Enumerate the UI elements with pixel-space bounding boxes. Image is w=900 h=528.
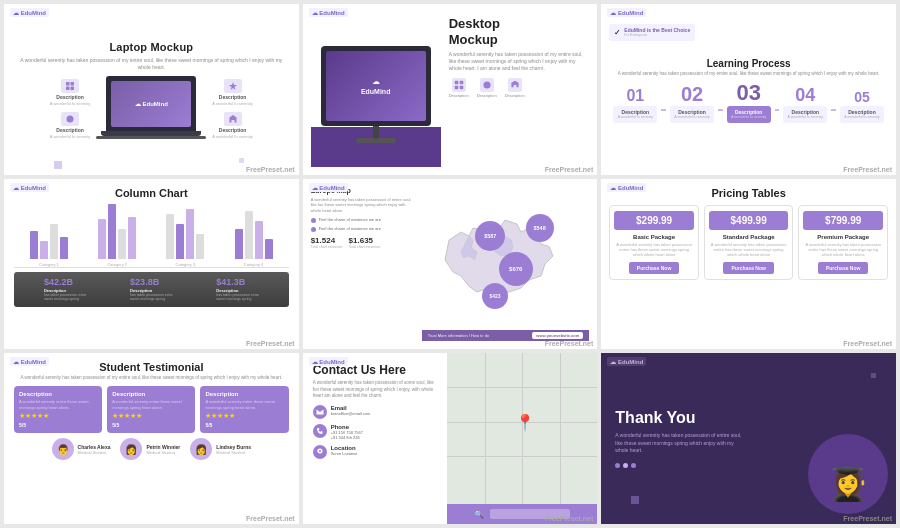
price-btn-3[interactable]: Purchase Now	[818, 262, 868, 274]
person-3: 👩 Lindsey Burns Medical Student	[190, 438, 251, 460]
step-1: 01 Description A wonderful fu serenity	[613, 88, 657, 123]
stat-sub-1: has taken possession extrasweet mornings…	[44, 293, 86, 302]
price-card-3: $799.99 Premium Package A wonderful sere…	[798, 205, 888, 281]
price-btn-1[interactable]: Purchase Now	[629, 262, 679, 274]
step-box-1: Description A wonderful fu serenity	[613, 106, 657, 123]
thankyou-person-icon: 👩‍🎓	[828, 465, 868, 503]
learning-subtitle: A wonderful serenity has taken possessio…	[618, 71, 880, 77]
person-1: 👨 Charles Alexa Medical Student	[52, 438, 111, 460]
d-icon-label-2: Description	[477, 93, 497, 98]
stat-value-1: $42.2B	[44, 277, 73, 287]
email-value: branoffice@email.com	[331, 411, 371, 416]
map-left: Europe Map A wonderful serenity has take…	[311, 187, 416, 250]
location-icon	[313, 445, 327, 459]
chart-bars-1	[30, 224, 68, 259]
chart-group-3: Category 3	[166, 209, 204, 267]
step-box-text-2: A wonderful fu serenity	[674, 115, 710, 120]
map-website-btn[interactable]: www.yourwebsite.com	[532, 332, 583, 339]
price-name-3: Premium Package	[817, 234, 869, 240]
map-feature-1: Feel the charm of existence we are	[311, 217, 416, 223]
slide-column-chart: ☁ EduMind Column Chart Category 1	[4, 179, 299, 350]
price-card-2: $499.99 Standard Package A wonderful ser…	[704, 205, 794, 281]
slide-thank-you: ☁ EduMind Thank You A wonderful serenity…	[601, 353, 896, 524]
person-name-3: Lindsey Burns	[216, 444, 251, 450]
contact-email-item: Email branoffice@email.com	[313, 405, 438, 419]
bar-1-2	[40, 241, 48, 259]
slide-desktop-mockup: ☁ EduMind ☁ EduMind DesktopMockup A wond…	[303, 4, 598, 175]
svg-rect-8	[459, 86, 463, 90]
person-name-2: Petrin Winnier	[146, 444, 180, 450]
step-5: 05 Description A wonderful fu serenity	[840, 90, 884, 123]
desktop-desc: A wonderful serenity has taken possessio…	[449, 51, 590, 72]
stat-sub-3: has taken possession extrasweet mornings…	[216, 293, 258, 302]
chart-label-3: Category 3	[176, 262, 196, 267]
step-3: 03 Description A wonderful fu serenity	[727, 82, 771, 123]
step-connector-3	[775, 109, 780, 111]
svg-rect-1	[71, 82, 75, 86]
slide-learning-process: ☁ EduMind Learning Process A wonderful s…	[601, 4, 896, 175]
desktop-screen: ☁ EduMind	[326, 51, 426, 121]
step-num-3: 03	[736, 82, 760, 104]
desc-col-right: Description A wonderful fu serenity Desc…	[212, 79, 252, 139]
badge-sub: for Everyone	[624, 33, 690, 38]
price-name-2: Standard Package	[723, 234, 775, 240]
map-stat-label-2: Total chart existence	[349, 245, 381, 249]
bar-2-1	[98, 219, 106, 259]
location-value: Some Location	[331, 451, 358, 456]
bar-4-4	[265, 239, 273, 259]
watermark-8: FreePreset.net	[545, 515, 594, 522]
bar-3-3	[186, 209, 194, 259]
slide-grid: ☁ EduMind Laptop Mockup A wonderful sere…	[0, 0, 900, 528]
chart-label-4: Category 4	[244, 262, 264, 267]
step-num-1: 01	[626, 88, 644, 104]
slide-logo-7: ☁ EduMind	[10, 357, 49, 366]
test-card-text-2: A wonderful serenity entire those sweet …	[112, 399, 190, 410]
step-box-5: Description A wonderful fu serenity	[840, 106, 884, 123]
thankyou-dots	[615, 463, 636, 468]
watermark-2: FreePreset.net	[545, 166, 594, 173]
test-card-title-2: Description	[112, 391, 190, 397]
desc-icon-3	[61, 112, 79, 126]
desc-box-2: Description A wonderful fu serenity	[212, 79, 252, 106]
learning-steps: 01 Description A wonderful fu serenity 0…	[613, 82, 884, 123]
bar-3-4	[196, 234, 204, 259]
step-box-4: Description A wonderful fu serenity	[783, 106, 827, 123]
map-stat-val-2: $1.635	[349, 236, 381, 245]
chart-label-2: Category 2	[107, 262, 127, 267]
map-stats-row: $1.524 Total chart existence $1.635 Tota…	[311, 236, 416, 249]
bar-3-1	[166, 214, 174, 259]
desc-icon-1	[61, 79, 79, 93]
step-box-text-5: A wonderful fu serenity	[844, 115, 880, 120]
step-4: 04 Description A wonderful fu serenity	[783, 86, 827, 123]
person-role-2: Medical Student	[146, 450, 180, 455]
svg-rect-3	[71, 87, 75, 91]
slide-logo-8: ☁ EduMind	[309, 357, 348, 366]
desc-sub-2: A wonderful fu serenity	[212, 101, 252, 106]
desktop-icon-1: Description	[449, 78, 469, 98]
price-btn-2[interactable]: Purchase Now	[723, 262, 773, 274]
desc-box-1: Description A wonderful fu serenity	[50, 79, 90, 106]
price-amount-1: $299.99	[614, 211, 694, 230]
map-line-v3	[560, 353, 561, 524]
desktop-monitor-group: ☁ EduMind	[321, 46, 431, 143]
map-stat-label-1: Total chart existence	[311, 245, 343, 249]
map-feature-text-2: Feel the charm of existence we are	[319, 226, 381, 231]
desc-label-3: Description	[56, 127, 84, 133]
map-right: $587 $548 $676 $423 Trust More informati…	[422, 187, 590, 342]
contact-phone-item: Phone +91 156 758 7567+91 344 6th 236	[313, 424, 438, 440]
learning-title: Learning Process	[707, 58, 791, 69]
test-stars-1: ★★★★★	[19, 412, 97, 420]
person-info-3: Lindsey Burns Medical Student	[216, 444, 251, 455]
contact-email-details: Email branoffice@email.com	[331, 405, 371, 416]
watermark: FreePreset.net	[246, 166, 295, 173]
person-info-2: Petrin Winnier Medical Student	[146, 444, 180, 455]
slide-laptop-mockup: ☁ EduMind Laptop Mockup A wonderful sere…	[4, 4, 299, 175]
svg-point-9	[483, 82, 490, 89]
desc-sub-4: A wonderful fu serenity	[212, 134, 252, 139]
slide-logo-3: ☁ EduMind	[607, 8, 646, 17]
stat-value-3: $41.3B	[216, 277, 245, 287]
contact-location-item: Location Some Location	[313, 445, 438, 459]
desc-sub-1: A wonderful fu serenity	[50, 101, 90, 106]
laptop-logo: ☁ EduMind	[135, 100, 168, 107]
contact-search-icon: 🔍	[474, 510, 484, 519]
